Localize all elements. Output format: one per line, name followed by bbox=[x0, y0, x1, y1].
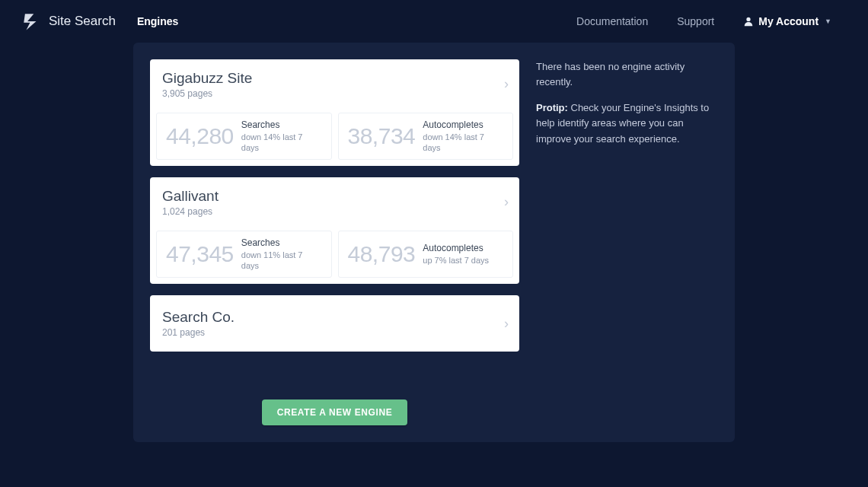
nav-engines[interactable]: Engines bbox=[137, 15, 178, 27]
auto-sub: down 14% last 7 days bbox=[423, 132, 503, 154]
stat-searches: 44,280 Searches down 14% last 7 days bbox=[156, 113, 332, 160]
stat-searches: 47,345 Searches down 11% last 7 days bbox=[156, 231, 332, 278]
engine-card-gallivant[interactable]: Gallivant 1,024 pages › 47,345 Searches … bbox=[150, 177, 519, 284]
engine-header: Gallivant 1,024 pages › bbox=[150, 177, 519, 226]
engine-pages: 201 pages bbox=[162, 327, 235, 338]
auto-label: Autocompletes bbox=[423, 243, 489, 255]
engines-list: Gigabuzz Site 3,905 pages › 44,280 Searc… bbox=[150, 59, 519, 425]
engine-pages: 3,905 pages bbox=[162, 88, 252, 99]
searches-value: 44,280 bbox=[166, 123, 234, 149]
stat-autocompletes: 48,793 Autocompletes up 7% last 7 days bbox=[338, 231, 514, 278]
auto-value: 38,734 bbox=[348, 123, 416, 149]
chevron-right-icon: › bbox=[504, 194, 509, 210]
engine-header: Search Co. 201 pages › bbox=[150, 295, 519, 352]
searches-label: Searches bbox=[241, 237, 322, 250]
protip-label: Protip: bbox=[536, 102, 568, 113]
searches-sub: down 14% last 7 days bbox=[241, 132, 322, 154]
svg-point-0 bbox=[747, 18, 751, 21]
site-search-logo-icon bbox=[21, 11, 41, 31]
my-account-label: My Account bbox=[758, 15, 819, 27]
searches-sub: down 11% last 7 days bbox=[241, 250, 322, 272]
engine-title: Gallivant bbox=[162, 188, 219, 205]
nav-support[interactable]: Support bbox=[677, 15, 714, 27]
main-panel: Gigabuzz Site 3,905 pages › 44,280 Searc… bbox=[133, 43, 735, 442]
create-button-wrap: CREATE A NEW ENGINE bbox=[150, 399, 519, 425]
nav-documentation[interactable]: Documentation bbox=[576, 15, 648, 27]
brand-text: Site Search bbox=[49, 14, 116, 29]
create-new-engine-button[interactable]: CREATE A NEW ENGINE bbox=[262, 399, 408, 425]
auto-value: 48,793 bbox=[348, 241, 416, 267]
auto-label: Autocompletes bbox=[423, 119, 503, 132]
searches-label: Searches bbox=[241, 119, 322, 132]
stat-autocompletes: 38,734 Autocompletes down 14% last 7 day… bbox=[338, 113, 514, 160]
engine-stats: 44,280 Searches down 14% last 7 days 38,… bbox=[150, 108, 519, 166]
engine-card-searchco[interactable]: Search Co. 201 pages › bbox=[150, 295, 519, 352]
searches-value: 47,345 bbox=[166, 241, 234, 267]
chevron-down-icon: ▼ bbox=[825, 18, 831, 25]
engine-title: Search Co. bbox=[162, 309, 235, 326]
engine-stats: 47,345 Searches down 11% last 7 days 48,… bbox=[150, 226, 519, 284]
protip-text: Protip: Check your Engine's Insights to … bbox=[536, 100, 715, 146]
engine-pages: 1,024 pages bbox=[162, 206, 219, 217]
engine-header: Gigabuzz Site 3,905 pages › bbox=[150, 59, 519, 108]
top-nav: Site Search Engines Documentation Suppor… bbox=[0, 0, 868, 43]
nav-my-account[interactable]: My Account ▼ bbox=[743, 15, 831, 27]
chevron-right-icon: › bbox=[504, 76, 509, 92]
auto-sub: up 7% last 7 days bbox=[423, 255, 489, 266]
engine-card-gigabuzz[interactable]: Gigabuzz Site 3,905 pages › 44,280 Searc… bbox=[150, 59, 519, 166]
chevron-right-icon: › bbox=[504, 316, 509, 332]
engine-title: Gigabuzz Site bbox=[162, 70, 252, 87]
sidebar: There has been no engine activity recent… bbox=[536, 59, 715, 425]
no-activity-text: There has been no engine activity recent… bbox=[536, 59, 715, 90]
brand-logo[interactable]: Site Search bbox=[21, 11, 116, 31]
user-icon bbox=[743, 16, 754, 27]
